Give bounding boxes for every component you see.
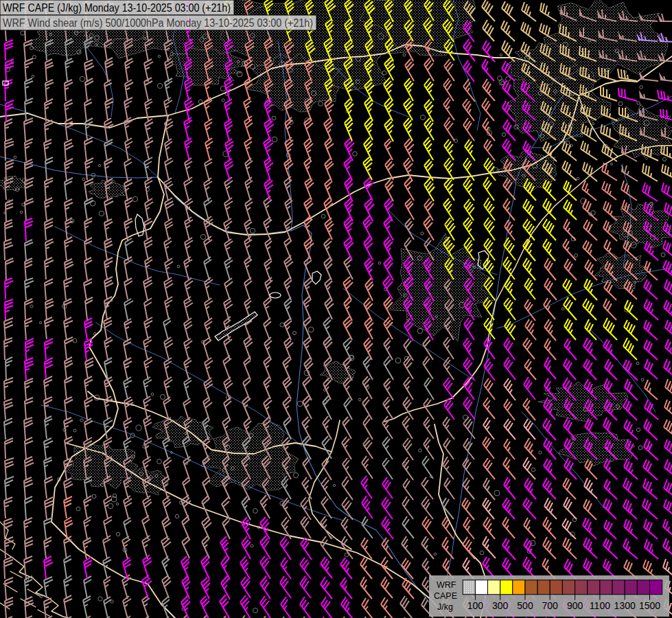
svg-text:WRF CAPE (J/kg) Monday 13-10-2: WRF CAPE (J/kg) Monday 13-10-2025 03:00 … <box>3 1 231 14</box>
svg-text:WRF: WRF <box>437 580 456 590</box>
svg-text:100: 100 <box>467 600 484 611</box>
svg-text:700: 700 <box>542 600 559 611</box>
svg-text:1500: 1500 <box>639 600 660 611</box>
svg-text:1300: 1300 <box>614 600 636 611</box>
svg-text:300: 300 <box>492 600 509 611</box>
svg-text:J/kg: J/kg <box>437 602 453 612</box>
svg-text:900: 900 <box>567 600 583 611</box>
svg-text:1100: 1100 <box>590 600 610 611</box>
svg-text:WRF Wind shear (m/s) 500/1000h: WRF Wind shear (m/s) 500/1000hPa Monday … <box>3 16 313 30</box>
svg-text:CAPE: CAPE <box>434 591 457 601</box>
svg-text:500: 500 <box>517 600 533 611</box>
